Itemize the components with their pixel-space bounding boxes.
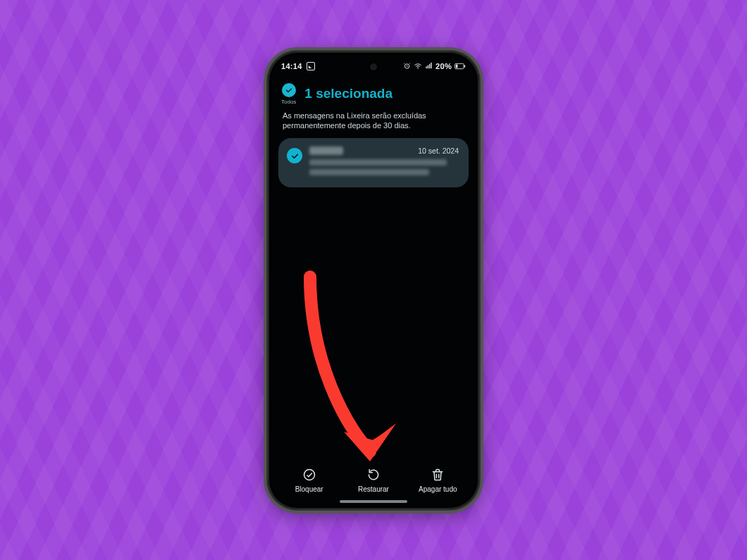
- battery-icon: [455, 63, 466, 70]
- svg-point-9: [304, 469, 314, 480]
- block-label: Bloquear: [295, 485, 323, 493]
- check-circle-icon: [282, 83, 296, 97]
- home-indicator[interactable]: [340, 500, 407, 503]
- svg-rect-3: [428, 66, 428, 69]
- status-time: 14:14: [281, 62, 302, 70]
- phone-frame: 14:14: [268, 51, 479, 509]
- wifi-icon: [414, 62, 422, 70]
- delete-all-label: Apagar tudo: [419, 485, 457, 493]
- message-preview-redacted: [309, 159, 447, 166]
- message-selected-check-icon[interactable]: [287, 148, 302, 163]
- status-battery-text: 20%: [436, 62, 452, 70]
- trash-icon: [431, 468, 445, 483]
- message-date: 10 set. 2024: [418, 147, 459, 155]
- svg-rect-5: [431, 63, 431, 68]
- svg-point-1: [418, 68, 419, 69]
- restore-icon: [366, 468, 381, 483]
- bottom-action-bar: Bloquear Restaurar: [271, 465, 476, 496]
- svg-rect-7: [464, 65, 466, 68]
- svg-rect-8: [456, 64, 457, 68]
- select-all-button[interactable]: Todos: [281, 83, 296, 105]
- message-preview-redacted: [309, 169, 429, 175]
- signal-icon: [425, 62, 433, 70]
- message-body: 10 set. 2024: [309, 147, 459, 179]
- alarm-icon: [403, 62, 411, 70]
- message-sender-redacted: [309, 147, 343, 155]
- restore-button[interactable]: Restaurar: [345, 465, 402, 496]
- block-icon: [302, 468, 316, 483]
- trash-info-text: As mensagens na Lixeira serão excluídas …: [271, 106, 476, 139]
- phone-screen: 14:14: [271, 55, 476, 506]
- delete-all-button[interactable]: Apagar tudo: [409, 465, 466, 496]
- camera-cutout: [370, 63, 377, 70]
- restore-label: Restaurar: [358, 485, 389, 493]
- selection-count-title: 1 selecionada: [304, 86, 393, 101]
- select-all-label: Todos: [281, 99, 296, 105]
- svg-rect-2: [426, 66, 426, 68]
- block-button[interactable]: Bloquear: [281, 465, 338, 496]
- message-item[interactable]: 10 set. 2024: [278, 138, 469, 187]
- svg-rect-4: [429, 64, 430, 68]
- selection-header: Todos 1 selecionada: [271, 76, 476, 106]
- screenshot-indicator-icon: [307, 62, 315, 70]
